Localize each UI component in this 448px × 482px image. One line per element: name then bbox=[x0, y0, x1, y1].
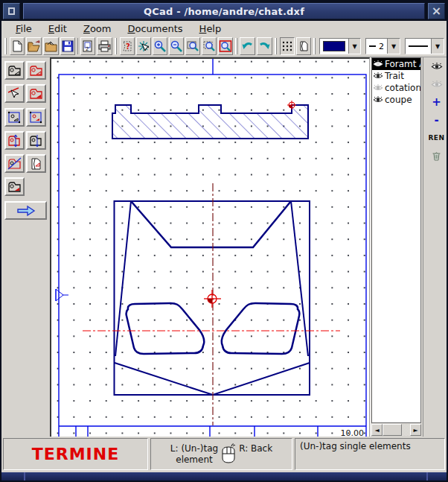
eye-icon[interactable] bbox=[373, 72, 383, 80]
redo-icon bbox=[257, 39, 272, 53]
menu-edit[interactable]: Edit bbox=[40, 22, 75, 36]
style-combo-dropdown[interactable]: ▼ bbox=[431, 39, 444, 54]
zoom-entity-button[interactable] bbox=[202, 37, 217, 55]
color-combo[interactable]: ▼ bbox=[319, 38, 361, 54]
undo-button[interactable] bbox=[240, 37, 255, 55]
main-toolbar: 2 ? bbox=[1, 36, 447, 57]
qcad-window: QCad - /home/andre/chat.dxf × File Edit … bbox=[0, 0, 448, 482]
scroll-right-button[interactable]: ► bbox=[410, 424, 421, 436]
redo-button[interactable] bbox=[257, 37, 272, 55]
save-file-button[interactable] bbox=[60, 37, 75, 55]
left-eye bbox=[127, 303, 205, 354]
width-combo-dropdown[interactable]: ▼ bbox=[387, 39, 400, 54]
tag-layer-icon bbox=[7, 133, 22, 148]
pan-view-button[interactable] bbox=[136, 37, 151, 55]
tool-tag-layer[interactable] bbox=[4, 131, 25, 150]
folder-up-button[interactable] bbox=[43, 37, 59, 55]
toolbar-grip[interactable] bbox=[275, 38, 278, 54]
eye-icon[interactable] bbox=[373, 60, 383, 68]
svg-text:?: ? bbox=[126, 42, 130, 51]
zoom-previous-button[interactable] bbox=[218, 37, 233, 55]
menubar: File Edit Zoom Documents Help bbox=[1, 21, 447, 36]
print-icon bbox=[97, 39, 112, 53]
new-file-button[interactable] bbox=[10, 37, 25, 55]
line-style-combo[interactable]: ▼ bbox=[405, 38, 444, 54]
status-mode-cell: TERMINE bbox=[3, 438, 148, 470]
left-click-hint-2: element bbox=[176, 454, 212, 466]
toolbar-grip[interactable] bbox=[235, 38, 238, 54]
layer-row[interactable]: cotation bbox=[372, 82, 420, 94]
redraw-icon: ? bbox=[121, 39, 134, 53]
mouse-hint-cell: L: (Un-)tag element R: Back bbox=[150, 438, 292, 470]
layer-delete-button[interactable] bbox=[427, 148, 447, 163]
layer-panel: Foramt A4 Trait cotation coupe ◄ ► bbox=[370, 57, 448, 437]
drawing-canvas[interactable]: 10.00 bbox=[50, 57, 370, 440]
window-menu-button[interactable] bbox=[3, 3, 20, 19]
open-file-button[interactable] bbox=[26, 37, 42, 55]
save-floppy-icon bbox=[61, 39, 74, 53]
eye-icon[interactable] bbox=[373, 96, 383, 104]
zoom-out-button[interactable] bbox=[169, 37, 184, 55]
tool-untag-window[interactable] bbox=[26, 108, 46, 127]
toolbar-separator bbox=[77, 38, 79, 54]
statusbar: TERMINE L: (Un-)tag element R: Back (Un-… bbox=[1, 437, 447, 472]
layer-row[interactable]: coupe bbox=[372, 94, 420, 106]
untag-layer-icon bbox=[28, 133, 44, 148]
scroll-thumb[interactable] bbox=[383, 424, 402, 436]
section-view[interactable] bbox=[112, 105, 308, 139]
restore-icon bbox=[8, 7, 15, 15]
tool-untag-element[interactable] bbox=[4, 84, 25, 103]
color-combo-dropdown[interactable]: ▼ bbox=[348, 39, 360, 54]
menu-file[interactable]: File bbox=[7, 22, 40, 36]
window-title: QCad - /home/andre/chat.dxf bbox=[144, 6, 304, 17]
tool-tag-double-elements[interactable] bbox=[26, 154, 46, 173]
scroll-track[interactable] bbox=[402, 424, 410, 436]
layer-show-button[interactable] bbox=[427, 59, 447, 74]
zoom-window-icon bbox=[186, 39, 199, 53]
print-button[interactable] bbox=[97, 37, 112, 55]
width-value: 2 bbox=[379, 42, 384, 51]
eye-dimmed-icon[interactable] bbox=[373, 84, 383, 92]
line-width-combo[interactable]: 2 ▼ bbox=[365, 38, 400, 54]
toolbar-grip[interactable] bbox=[115, 38, 118, 54]
layer-remove-button[interactable]: - bbox=[427, 112, 447, 127]
tag-element-icon bbox=[7, 63, 22, 78]
titlebar-drag-area[interactable]: QCad - /home/andre/chat.dxf bbox=[23, 3, 425, 19]
redraw-button[interactable]: ? bbox=[120, 37, 135, 55]
layer-list: Foramt A4 Trait cotation coupe bbox=[371, 57, 421, 423]
eye-dimmed-icon bbox=[431, 80, 443, 89]
pan-icon bbox=[137, 39, 150, 53]
tool-invert-selection[interactable] bbox=[4, 154, 25, 173]
tool-tag-element[interactable] bbox=[4, 61, 25, 80]
close-button[interactable]: × bbox=[428, 3, 445, 19]
tool-tag-all[interactable] bbox=[4, 177, 25, 196]
pages-toggle-button[interactable] bbox=[296, 37, 311, 55]
menu-documents[interactable]: Documents bbox=[119, 22, 191, 36]
drawing-svg[interactable]: 10.00 bbox=[51, 59, 369, 439]
scroll-left-button[interactable]: ◄ bbox=[371, 424, 383, 436]
tool-tag-contour[interactable] bbox=[26, 61, 46, 80]
layer-name: Trait bbox=[385, 71, 404, 81]
toolbar-grip[interactable] bbox=[4, 38, 7, 54]
layer-row[interactable]: Trait bbox=[372, 70, 420, 82]
continue-arrow-button[interactable] bbox=[4, 201, 47, 220]
layer-rename-button[interactable]: REN bbox=[427, 130, 447, 145]
zoom-in-button[interactable] bbox=[153, 37, 167, 55]
status-help-text: (Un-)tag single elements bbox=[300, 441, 411, 451]
layer-add-button[interactable]: + bbox=[427, 95, 447, 110]
grid-toggle-button[interactable] bbox=[280, 37, 295, 55]
zoom-window-button[interactable] bbox=[185, 37, 200, 55]
tool-tag-window[interactable] bbox=[4, 108, 25, 127]
eye-icon bbox=[431, 63, 443, 71]
open-folder-icon bbox=[27, 39, 41, 53]
tool-untag-layer[interactable] bbox=[26, 131, 46, 150]
layer-row[interactable]: Foramt A4 bbox=[372, 58, 420, 70]
print-preview-button[interactable]: 2 bbox=[80, 37, 95, 55]
layer-hide-button[interactable] bbox=[427, 77, 447, 92]
tool-untag-contour[interactable] bbox=[26, 84, 46, 103]
menu-help[interactable]: Help bbox=[191, 22, 230, 36]
zoom-out-icon bbox=[170, 39, 183, 53]
toolbar-grip[interactable] bbox=[313, 38, 316, 54]
window-bottom-frame[interactable] bbox=[1, 472, 447, 481]
menu-zoom[interactable]: Zoom bbox=[75, 22, 119, 36]
